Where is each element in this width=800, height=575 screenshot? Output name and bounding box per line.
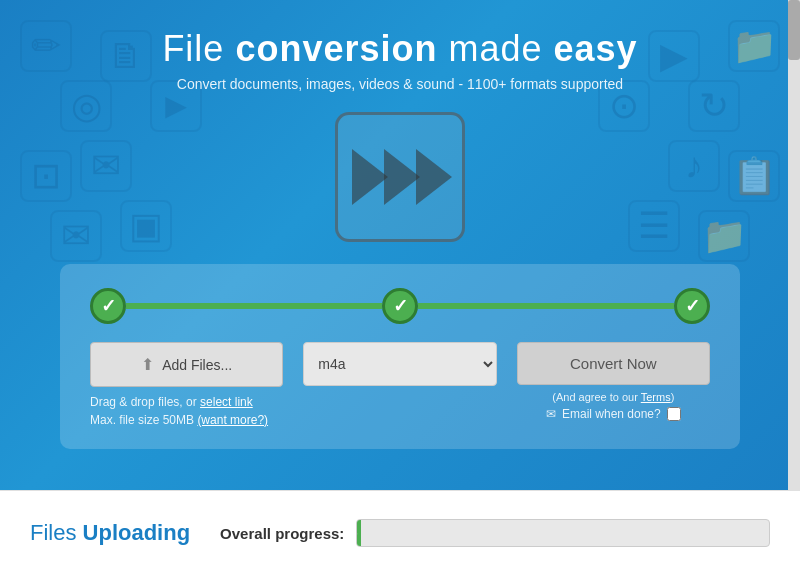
deco-icon-8: ▣	[120, 200, 172, 252]
controls-row: ⬆ Add Files... Drag & drop files, or sel…	[90, 342, 710, 429]
format-select[interactable]: m4a mp3 mp4 wav aac ogg flac	[303, 342, 496, 386]
deco-icon-12: 📋	[728, 150, 780, 202]
app-logo	[335, 112, 465, 242]
deco-icon-1: ✏	[20, 20, 72, 72]
deco-icon-14: 📁	[698, 210, 750, 262]
email-icon: ✉	[546, 407, 556, 421]
step-2-circle: ✓	[382, 288, 418, 324]
email-checkbox[interactable]	[667, 407, 681, 421]
want-more-link[interactable]: (want more?)	[197, 413, 268, 427]
email-row: ✉ Email when done?	[546, 407, 681, 421]
title-area: File conversion made easy Convert docume…	[162, 28, 637, 92]
deco-icon-5: ✉	[80, 140, 132, 192]
main-title: File conversion made easy	[162, 28, 637, 70]
arrow-2	[384, 149, 420, 205]
progress-bar-fill: 1%	[357, 520, 361, 546]
add-files-button[interactable]: ⬆ Add Files...	[90, 342, 283, 387]
deco-icon-11: ▶	[648, 30, 700, 82]
deco-icon-4: ⊡	[20, 150, 72, 202]
select-link[interactable]: select link	[200, 395, 253, 409]
step-1-circle: ✓	[90, 288, 126, 324]
files-uploading-label: Files Uploading	[30, 520, 190, 546]
deco-icon-13: ♪	[668, 140, 720, 192]
format-area: m4a mp3 mp4 wav aac ogg flac	[303, 342, 496, 386]
subtitle: Convert documents, images, videos & soun…	[162, 76, 637, 92]
play-arrows	[352, 149, 448, 205]
top-section: ✏ ◎ 🗎 ⊡ ✉ ✉ ► ▣ 📁 ↻ ▶ 📋 ♪ 📁 ⊙ ☰ File con…	[0, 0, 800, 490]
scrollbar-thumb[interactable]	[788, 0, 800, 60]
deco-icon-10: ↻	[688, 80, 740, 132]
arrow-3	[416, 149, 452, 205]
progress-bar-container: 1%	[356, 519, 770, 547]
arrow-1	[352, 149, 388, 205]
convert-now-button[interactable]: Convert Now	[517, 342, 710, 385]
step-line-2	[418, 303, 674, 309]
deco-icon-16: ☰	[628, 200, 680, 252]
drag-drop-text: Drag & drop files, or select link Max. f…	[90, 393, 283, 429]
scrollbar[interactable]	[788, 0, 800, 490]
overall-progress-label: Overall progress:	[220, 525, 344, 542]
bottom-section: Files Uploading Overall progress: 1%	[0, 490, 800, 575]
deco-icon-9: 📁	[728, 20, 780, 72]
terms-link[interactable]: Terms	[641, 391, 671, 403]
step-line-1	[126, 303, 382, 309]
progress-area: Overall progress: 1%	[220, 519, 770, 547]
deco-icon-3: 🗎	[100, 30, 152, 82]
deco-icon-2: ◎	[60, 80, 112, 132]
add-files-area: ⬆ Add Files... Drag & drop files, or sel…	[90, 342, 283, 429]
email-label: Email when done?	[562, 407, 661, 421]
steps-row: ✓ ✓ ✓	[90, 288, 710, 324]
agree-text: (And agree to our Terms)	[552, 391, 674, 403]
conversion-panel: ✓ ✓ ✓ ⬆ Add Files... Drag & drop files, …	[60, 264, 740, 449]
deco-icon-6: ✉	[50, 210, 102, 262]
progress-percent: 1%	[356, 526, 357, 540]
step-3-circle: ✓	[674, 288, 710, 324]
convert-area: Convert Now (And agree to our Terms) ✉ E…	[517, 342, 710, 421]
upload-icon: ⬆	[141, 355, 154, 374]
